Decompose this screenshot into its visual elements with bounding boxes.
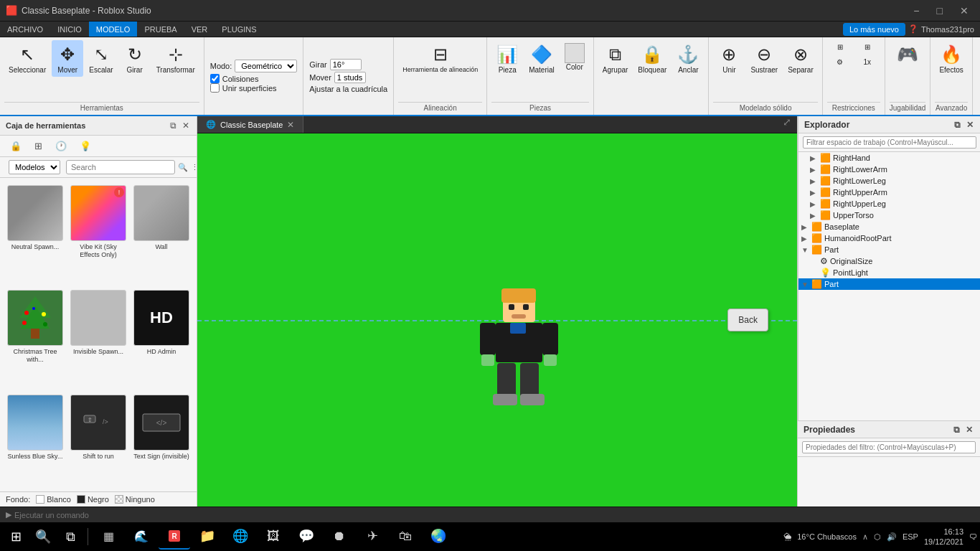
efectos-button[interactable]: 🔥 Efectos <box>935 40 967 77</box>
tree-item-uppertorso[interactable]: ▶ 🟧 UpperTorso <box>798 209 980 221</box>
menu-archivo[interactable]: ARCHIVO <box>0 22 50 37</box>
tree-item-rightupperleg[interactable]: ▶ 🟧 RightUpperLeg <box>798 198 980 209</box>
sunless-sky-thumb <box>7 395 63 451</box>
transform-tool-button[interactable]: ⊹ Transformar <box>152 40 199 77</box>
taskbar-discord[interactable]: 💬 <box>291 524 322 550</box>
command-input[interactable] <box>14 511 301 519</box>
maximize-button[interactable]: □ <box>931 4 948 18</box>
bg-blanco-option[interactable]: Blanco <box>36 495 71 504</box>
menu-prueba[interactable]: PRUEBA <box>137 22 184 37</box>
list-item[interactable]: ⇧ /> Shift to run <box>67 392 129 487</box>
category-select[interactable]: Modelos <box>9 160 60 174</box>
taskbar-store[interactable]: 🛍 <box>390 524 421 550</box>
agrupar-button[interactable]: ⧉ Agrupar <box>598 40 633 77</box>
tree-item-rightlowerleg[interactable]: ▶ 🟧 RightLowerLeg <box>798 175 980 187</box>
properties-restore-button[interactable]: ⧉ <box>952 423 961 436</box>
search-icon[interactable]: 🔍 <box>178 163 188 172</box>
mode-select[interactable]: Geométrico <box>235 60 297 72</box>
list-item[interactable]: Sunless Blue Sky... <box>4 392 66 487</box>
lo-mas-nuevo-button[interactable]: Lo más nuevo <box>843 23 905 36</box>
explorer-close-button[interactable]: ✕ <box>965 118 975 131</box>
toolbox-close-button[interactable]: ✕ <box>181 119 191 132</box>
tray-arrow[interactable]: ∧ <box>862 532 868 542</box>
tree-item-rightupperarm[interactable]: ▶ 🟧 RightUpperArm <box>798 187 980 198</box>
bg-negro-option[interactable]: Negro <box>77 495 109 504</box>
toolbox-tab-light[interactable]: 💡 <box>75 138 95 154</box>
rotate-tool-button[interactable]: ↻ Girar <box>119 40 151 77</box>
restriccion3-button[interactable]: ⚙ <box>827 55 853 69</box>
jugabilidad-btn[interactable]: 🎮 <box>892 40 923 69</box>
task-view-button[interactable]: ⧉ <box>57 524 83 550</box>
list-item[interactable]: </> Text Sign (invisible) <box>131 392 192 487</box>
toolbox-restore-button[interactable]: ⧉ <box>169 119 178 132</box>
unir-button[interactable]: ⊕ Unir <box>713 40 745 77</box>
list-item[interactable]: Christmas Tree with... <box>4 287 66 390</box>
help-icon[interactable]: ❓ <box>908 24 918 34</box>
minimize-button[interactable]: − <box>908 4 925 18</box>
restriccion2-button[interactable]: ⊞ <box>854 40 880 54</box>
list-item[interactable]: Invisible Spawn... <box>67 287 129 390</box>
taskbar-chrome[interactable]: 🌐 <box>225 524 256 550</box>
tree-item-righthand[interactable]: ▶ 🟧 RightHand <box>798 152 980 164</box>
tree-item-baseplate[interactable]: ▶ 🟧 Baseplate <box>798 221 980 232</box>
taskbar-photos[interactable]: 🖼 <box>258 524 289 550</box>
menu-modelo[interactable]: MODELO <box>89 22 138 37</box>
list-item[interactable]: HD HD Admin <box>131 287 192 390</box>
toolbox-tab-grid[interactable]: ⊞ <box>30 138 47 154</box>
close-button[interactable]: ✕ <box>954 4 974 18</box>
search-button[interactable]: 🔍 <box>30 524 56 550</box>
start-button[interactable]: ⊞ <box>3 524 29 550</box>
bloquear-button[interactable]: 🔒 Bloquear <box>633 40 671 77</box>
properties-filter-input[interactable] <box>802 441 976 453</box>
alignment-tool-button[interactable]: ⊟ Herramienta de alineación <box>398 40 482 76</box>
unir-checkbox[interactable] <box>210 83 220 93</box>
viewport-tab-close[interactable]: ✕ <box>287 120 294 130</box>
separar-button[interactable]: ⊗ Separar <box>783 40 818 77</box>
select-tool-button[interactable]: ↖ Seleccionar <box>4 40 50 77</box>
sustraer-button[interactable]: ⊖ Sustraer <box>746 40 782 77</box>
list-item[interactable]: Neutral Spawn... <box>4 182 66 286</box>
taskbar-news[interactable]: 🌊 <box>126 524 157 550</box>
tree-item-originalsize[interactable]: ⚙ OriginalSize <box>798 255 980 267</box>
taskbar-obs[interactable]: ⏺ <box>324 524 355 550</box>
speed-input-btn[interactable]: 1x <box>854 55 880 69</box>
toolbox-tab-lock[interactable]: 🔒 <box>6 138 26 154</box>
girar-input[interactable] <box>330 59 362 70</box>
explorer-filter-input[interactable] <box>803 136 976 149</box>
bg-ninguno-option[interactable]: Ninguno <box>115 495 155 504</box>
tree-item-rightlowerarm[interactable]: ▶ 🟧 RightLowerArm <box>798 164 980 175</box>
properties-close-button[interactable]: ✕ <box>964 423 974 436</box>
restriccion1-button[interactable]: ⊞ <box>827 40 853 54</box>
scale-tool-button[interactable]: ⤡ Escalar <box>85 40 117 77</box>
menu-inicio[interactable]: INICIO <box>50 22 89 37</box>
tree-item-part2[interactable]: ▼ 🟧 Part <box>798 278 980 290</box>
volume-icon[interactable]: 🔊 <box>887 532 897 542</box>
mover-input[interactable] <box>334 72 366 83</box>
tree-item-part[interactable]: ▼ 🟧 Part <box>798 244 980 255</box>
color-button[interactable]: Color <box>560 40 589 74</box>
colisiones-checkbox[interactable] <box>210 74 220 83</box>
taskbar-widgets[interactable]: ▦ <box>93 524 124 550</box>
list-item[interactable]: Wall <box>131 182 192 286</box>
viewport-expand-button[interactable]: ⤢ <box>777 116 797 133</box>
viewport-tab-classic[interactable]: 🌐 Classic Baseplate ✕ <box>197 116 303 133</box>
pieza-button[interactable]: 📊 Pieza <box>491 40 523 77</box>
notification-icon[interactable]: 🗨 <box>969 532 977 541</box>
material-button[interactable]: 🔷 Material <box>524 40 559 77</box>
taskbar-explorer[interactable]: 📁 <box>192 524 223 550</box>
tree-item-humanoidrootpart[interactable]: ▶ 🟧 HumanoidRootPart <box>798 232 980 244</box>
anclar-button[interactable]: ⚓ Anclar <box>672 40 704 77</box>
explorer-restore-button[interactable]: ⧉ <box>953 118 962 131</box>
back-button[interactable]: Back <box>727 309 768 331</box>
taskbar-telegram[interactable]: ✈ <box>357 524 388 550</box>
move-tool-button[interactable]: ✥ Mover <box>52 40 83 77</box>
text-sign-label: Text Sign (invisible) <box>133 453 189 461</box>
taskbar-edge[interactable]: 🌏 <box>423 524 454 550</box>
taskbar-roblox[interactable]: R <box>159 524 190 550</box>
menu-ver[interactable]: VER <box>184 22 215 37</box>
search-input[interactable] <box>66 160 175 174</box>
menu-plugins[interactable]: PLUGINS <box>215 22 263 37</box>
toolbox-tab-clock[interactable]: 🕐 <box>51 138 71 154</box>
list-item[interactable]: ! Vibe Kit (Sky Effects Only) <box>67 182 129 286</box>
tree-item-pointlight[interactable]: 💡 PointLight <box>798 267 980 278</box>
